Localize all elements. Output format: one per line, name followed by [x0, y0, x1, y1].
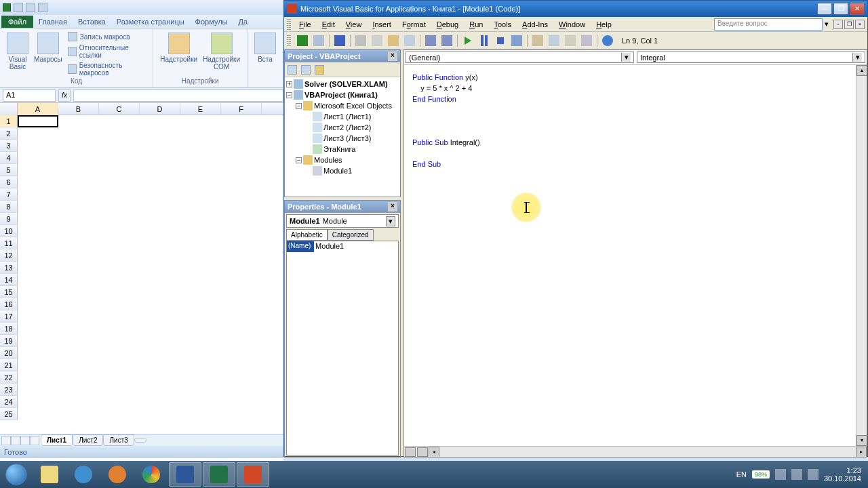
- properties-grid[interactable]: (Name) Module1: [286, 241, 399, 455]
- properties-panel-header[interactable]: Properties - Module1 ×: [285, 201, 400, 213]
- task-chrome[interactable]: [135, 462, 167, 487]
- tray-network-icon[interactable]: [791, 469, 802, 480]
- col-header-F[interactable]: F: [221, 103, 262, 115]
- row-header-20[interactable]: 20: [0, 347, 18, 359]
- tab-insert[interactable]: Вставка: [73, 16, 111, 28]
- row-header-22[interactable]: 22: [0, 371, 18, 384]
- cut-button[interactable]: [353, 33, 368, 48]
- project-panel-close[interactable]: ×: [388, 52, 397, 61]
- scroll-up-button[interactable]: ▴: [856, 65, 867, 76]
- new-sheet-button[interactable]: [134, 439, 146, 443]
- project-explorer-button[interactable]: [530, 33, 545, 48]
- sheet-nav-last[interactable]: [30, 436, 39, 445]
- procedure-view-button[interactable]: [405, 447, 416, 457]
- sheet-tab-2[interactable]: Лист2: [73, 434, 103, 446]
- task-excel[interactable]: [203, 462, 235, 487]
- row-header-23[interactable]: 23: [0, 384, 18, 396]
- task-wmp[interactable]: [101, 462, 134, 487]
- toolbar-grip[interactable]: [287, 35, 291, 46]
- object-browser-button[interactable]: [563, 33, 578, 48]
- sheet-nav-first[interactable]: [1, 436, 11, 445]
- row-header-7[interactable]: 7: [0, 188, 18, 201]
- row-header-8[interactable]: 8: [0, 201, 18, 213]
- visual-basic-button[interactable]: Visual Basic: [4, 31, 31, 77]
- row-header-16[interactable]: 16: [0, 298, 18, 310]
- qat-undo-icon[interactable]: [26, 3, 35, 12]
- row-header-14[interactable]: 14: [0, 274, 18, 286]
- sheet-nav-next[interactable]: [20, 436, 30, 445]
- fx-button[interactable]: fx: [58, 89, 71, 102]
- menubar-grip[interactable]: [287, 19, 291, 30]
- task-ie[interactable]: [67, 462, 100, 487]
- mdi-minimize[interactable]: -: [833, 20, 843, 29]
- row-header-21[interactable]: 21: [0, 359, 18, 371]
- expander-icon[interactable]: +: [286, 81, 292, 87]
- spreadsheet-grid[interactable]: A B C D E F 1234567891011121314151617181…: [0, 103, 283, 434]
- tray-flag-icon[interactable]: [775, 469, 786, 480]
- row-header-12[interactable]: 12: [0, 249, 18, 262]
- dropdown-arrow-icon[interactable]: ▾: [386, 216, 395, 226]
- row-header-11[interactable]: 11: [0, 237, 18, 249]
- row-header-3[interactable]: 3: [0, 140, 18, 152]
- row-header-5[interactable]: 5: [0, 164, 18, 176]
- design-mode-button[interactable]: [509, 33, 524, 48]
- tab-alphabetic[interactable]: Alphabetic: [286, 229, 328, 241]
- redo-button[interactable]: [439, 33, 454, 48]
- tab-categorized[interactable]: Categorized: [328, 229, 374, 241]
- view-code-button[interactable]: [286, 64, 298, 76]
- col-header-D[interactable]: D: [140, 103, 180, 115]
- run-button[interactable]: [460, 33, 475, 48]
- task-explorer[interactable]: [33, 462, 66, 487]
- tab-file[interactable]: Файл: [1, 16, 33, 28]
- macro-security-button[interactable]: Безопасность макросов: [66, 61, 149, 77]
- addins-button[interactable]: Надстройки: [157, 31, 200, 72]
- expander-icon[interactable]: −: [286, 92, 292, 98]
- properties-object-selector[interactable]: Module1 Module ▾: [286, 214, 399, 228]
- close-button[interactable]: ✕: [850, 3, 865, 15]
- menu-run[interactable]: Run: [464, 19, 488, 30]
- row-header-17[interactable]: 17: [0, 310, 18, 323]
- record-macro-button[interactable]: Запись макроса: [66, 31, 149, 42]
- mdi-close[interactable]: ×: [855, 20, 865, 29]
- maximize-button[interactable]: ❐: [833, 3, 848, 15]
- cell-A1[interactable]: [18, 115, 58, 127]
- tree-sheet1[interactable]: Лист1 (Лист1): [305, 111, 399, 122]
- view-object-button[interactable]: [300, 64, 312, 76]
- tree-solver[interactable]: +Solver (SOLVER.XLAM): [286, 79, 399, 89]
- relative-refs-button[interactable]: Относительные ссылки: [66, 43, 149, 60]
- tree-vbaproject[interactable]: −VBAProject (Книга1): [286, 89, 399, 100]
- property-row-name[interactable]: (Name) Module1: [287, 241, 398, 252]
- view-excel-button[interactable]: [295, 33, 310, 48]
- battery-indicator[interactable]: 98%: [752, 470, 770, 479]
- row-header-1[interactable]: 1: [0, 115, 18, 127]
- copy-button[interactable]: [370, 33, 384, 48]
- full-module-view-button[interactable]: [417, 447, 428, 457]
- mdi-restore[interactable]: ❐: [844, 20, 854, 29]
- macros-button[interactable]: Макросы: [31, 31, 65, 77]
- sheet-nav-prev[interactable]: [11, 436, 20, 445]
- paste-button[interactable]: [386, 33, 401, 48]
- object-dropdown[interactable]: (General)▾: [406, 52, 634, 63]
- tab-home[interactable]: Главная: [33, 16, 73, 28]
- project-tree[interactable]: +Solver (SOLVER.XLAM) −VBAProject (Книга…: [285, 77, 400, 197]
- menu-addins[interactable]: Add-Ins: [517, 19, 553, 30]
- vertical-scrollbar[interactable]: ▴ ▾: [856, 65, 867, 446]
- procedure-dropdown[interactable]: Integral▾: [637, 52, 865, 63]
- menu-window[interactable]: Window: [553, 19, 591, 30]
- row-header-15[interactable]: 15: [0, 286, 18, 298]
- find-button[interactable]: [402, 33, 417, 48]
- tree-sheet2[interactable]: Лист2 (Лист2): [305, 122, 399, 133]
- row-header-25[interactable]: 25: [0, 408, 18, 420]
- com-addins-button[interactable]: Надстройки COM: [200, 31, 243, 72]
- expander-icon[interactable]: −: [296, 103, 302, 109]
- menu-edit[interactable]: Edit: [317, 19, 340, 30]
- tab-data[interactable]: Да: [233, 16, 253, 28]
- menu-help[interactable]: Help: [591, 19, 617, 30]
- name-box[interactable]: A1: [3, 89, 56, 102]
- menu-format[interactable]: Format: [397, 19, 431, 30]
- help-button[interactable]: [600, 33, 615, 48]
- row-header-4[interactable]: 4: [0, 152, 18, 164]
- qat-save-icon[interactable]: [14, 3, 23, 12]
- stop-button[interactable]: [493, 33, 508, 48]
- qat-redo-icon[interactable]: [38, 3, 47, 12]
